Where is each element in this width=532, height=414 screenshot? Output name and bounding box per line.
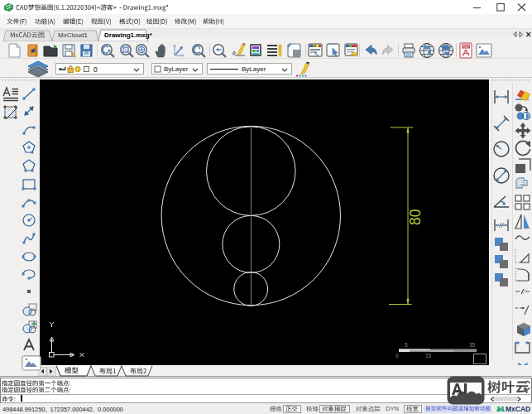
svg-text:80: 80: [407, 209, 424, 225]
svg-text:0: 0: [395, 353, 399, 359]
svg-text:PDF: PDF: [463, 45, 470, 49]
svg-text:35: 35: [469, 342, 476, 348]
svg-text:15: 15: [425, 353, 432, 359]
svg-text:5: 5: [405, 342, 408, 348]
